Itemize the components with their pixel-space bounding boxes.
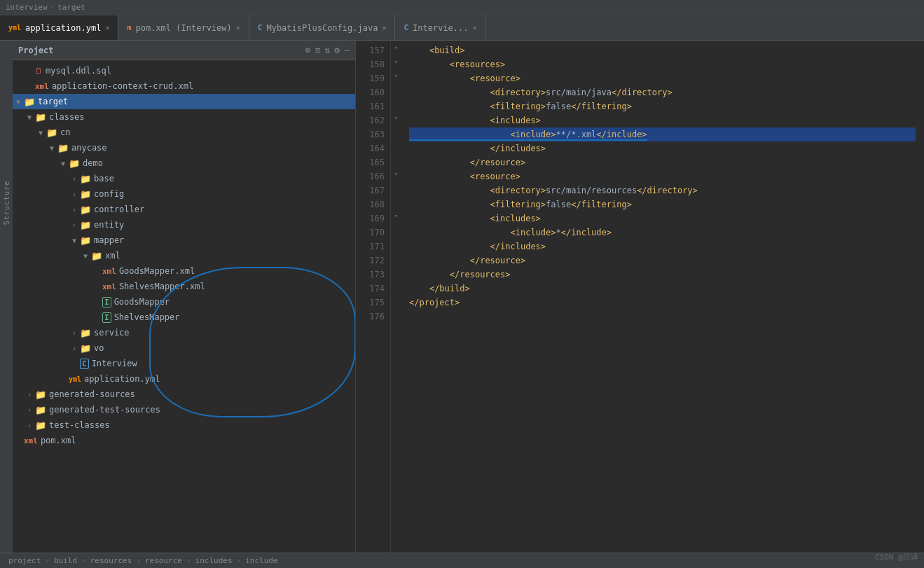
gutter-175 — [391, 293, 401, 307]
tree-arrow: ▼ — [46, 144, 57, 152]
code-line-165: </resource> — [409, 155, 916, 169]
code-line-159: <resource> — [409, 71, 916, 85]
code-line-172: </resource> — [409, 254, 916, 268]
tree-item-entity[interactable]: ›📁entity — [13, 217, 355, 233]
tab-pom-close[interactable]: ✕ — [236, 24, 240, 32]
tree-item-shelves-mapper[interactable]: IShelvesMapper — [13, 310, 355, 325]
tree-item-goods-mapper[interactable]: IGoodsMapper — [13, 294, 355, 310]
code-line-162: <includes> — [409, 113, 916, 127]
gutter-163 — [391, 125, 401, 139]
tree-label: test-classes — [49, 420, 110, 430]
fold-icon: ▾ — [394, 58, 397, 65]
tree-arrow: › — [69, 329, 80, 337]
tab-yml-label: application.yml — [25, 23, 101, 33]
sidebar-header: Project ⊕ ≡ ⇅ ⚙ — — [13, 41, 355, 60]
tree-item-pom-xml[interactable]: xmlpom.xml — [13, 433, 355, 448]
line-number-174: 174 — [361, 282, 385, 296]
tree-item-anycase[interactable]: ▼📁anycase — [13, 140, 355, 155]
tree-item-xml[interactable]: ▼📁xml — [13, 248, 355, 263]
tree-item-config[interactable]: ›📁config — [13, 186, 355, 202]
line-number-165: 165 — [361, 155, 385, 169]
line-number-166: 166 — [361, 169, 385, 183]
sidebar-icon-sort[interactable]: ≡ — [315, 45, 321, 55]
code-line-164: </includes> — [409, 141, 916, 155]
code-line-175: </project> — [409, 296, 916, 310]
tree-item-shelves-mapper-xml[interactable]: xmlShelvesMapper.xml — [13, 279, 355, 294]
tree-item-test-classes[interactable]: ›📁test-classes — [13, 417, 355, 433]
gutter: ▾▾▾▾▾▾ — [391, 41, 401, 553]
sidebar-icon-minimize[interactable]: — — [344, 45, 350, 55]
tree-label: application.yml — [84, 374, 160, 384]
sidebar-icon-settings[interactable]: ⚙ — [334, 45, 340, 55]
line-number-158: 158 — [361, 57, 385, 71]
fold-icon: ▾ — [394, 72, 397, 79]
tree-item-goods-mapper-xml[interactable]: xmlGoodsMapper.xml — [13, 263, 355, 279]
status-sep: › — [136, 556, 141, 565]
tree-arrow: ▼ — [57, 160, 69, 167]
tree-arrow: › — [69, 175, 80, 183]
tree-label: config — [94, 189, 124, 199]
fold-icon: ▾ — [394, 44, 397, 51]
sidebar-icon-filter[interactable]: ⇅ — [325, 45, 331, 55]
tree-label: mapper — [94, 235, 124, 245]
tab-interview[interactable]: C Intervie... ✕ — [395, 15, 485, 40]
code-content[interactable]: <build> <resources> <resource> <director… — [401, 41, 924, 553]
gutter-166: ▾ — [391, 167, 401, 181]
tree-arrow: ▼ — [24, 113, 35, 121]
status-breadcrumb: project›build›resources›resource›include… — [8, 556, 278, 565]
code-line-171: </includes> — [409, 240, 916, 254]
tree-label: xml — [105, 251, 120, 261]
line-number-176: 176 — [361, 310, 385, 324]
sidebar-icon-add[interactable]: ⊕ — [305, 45, 311, 55]
tree-label: generated-sources — [49, 389, 135, 399]
line-number-161: 161 — [361, 99, 385, 113]
tree-item-controller[interactable]: ›📁controller — [13, 202, 355, 217]
tab-pom[interactable]: m pom.xml (Interview) ✕ — [118, 15, 249, 40]
gutter-158: ▾ — [391, 55, 401, 69]
tree-item-application-yml[interactable]: ymlapplication.yml — [13, 371, 355, 387]
line-number-168: 168 — [361, 198, 385, 212]
tab-yml-close[interactable]: ✕ — [105, 24, 109, 32]
status-bar: project›build›resources›resource›include… — [0, 553, 924, 568]
breadcrumb-target[interactable]: target — [57, 3, 85, 12]
tree-label: Interview — [92, 359, 137, 368]
tab-yml[interactable]: yml application.yml ✕ — [0, 15, 118, 40]
tree-item-app-context[interactable]: xmlapplication-context-crud.xml — [13, 78, 355, 94]
tree-item-vo[interactable]: ›📁vo — [13, 340, 355, 356]
tree-item-generated-test-sources[interactable]: ›📁generated-test-sources — [13, 402, 355, 417]
tree-label: base — [94, 174, 114, 183]
gutter-171 — [391, 237, 401, 251]
tree-item-service[interactable]: ›📁service — [13, 325, 355, 340]
line-number-173: 173 — [361, 268, 385, 282]
editor-content[interactable]: 1571581591601611621631641651661671681691… — [356, 41, 924, 553]
sidebar-header-icons: ⊕ ≡ ⇅ ⚙ — — [305, 45, 350, 55]
tab-interview-close[interactable]: ✕ — [473, 24, 477, 32]
tree-item-target[interactable]: ▼📁target — [13, 94, 355, 109]
tree-item-generated-sources[interactable]: ›📁generated-sources — [13, 387, 355, 402]
line-number-164: 164 — [361, 141, 385, 155]
main-content: Structure Project ⊕ ≡ ⇅ ⚙ — 🗒mysql.ddl.s… — [0, 41, 924, 553]
tree-item-demo[interactable]: ▼📁demo — [13, 155, 355, 171]
tree-label: target — [38, 97, 68, 106]
tree-item-classes[interactable]: ▼📁classes — [13, 109, 355, 125]
code-line-163: <include>**/*.xml</include> — [409, 127, 916, 141]
tree-item-interview[interactable]: CInterview — [13, 356, 355, 371]
tree-item-cn[interactable]: ▼📁cn — [13, 125, 355, 140]
tree-label: entity — [94, 220, 124, 230]
line-number-163: 163 — [361, 127, 385, 141]
tree-arrow: › — [69, 345, 80, 352]
tree-item-mapper[interactable]: ▼📁mapper — [13, 233, 355, 248]
tree-item-base[interactable]: ›📁base — [13, 171, 355, 186]
tab-mybatis-close[interactable]: ✕ — [382, 24, 386, 32]
sidebar-tree: 🗒mysql.ddl.sqlxmlapplication-context-cru… — [13, 60, 355, 553]
java-c-icon-1: C — [258, 23, 263, 32]
tab-mybatis[interactable]: C MybatisPlusConfig.java ✕ — [249, 15, 396, 40]
tree-arrow: ▼ — [13, 98, 24, 106]
line-number-175: 175 — [361, 296, 385, 310]
tree-item-mysql-ddl[interactable]: 🗒mysql.ddl.sql — [13, 63, 355, 78]
line-number-157: 157 — [361, 43, 385, 57]
tree-label: pom.xml — [41, 436, 76, 445]
gutter-160 — [391, 83, 401, 97]
tree-arrow: › — [24, 406, 35, 414]
breadcrumb-interview[interactable]: interview — [6, 3, 48, 12]
